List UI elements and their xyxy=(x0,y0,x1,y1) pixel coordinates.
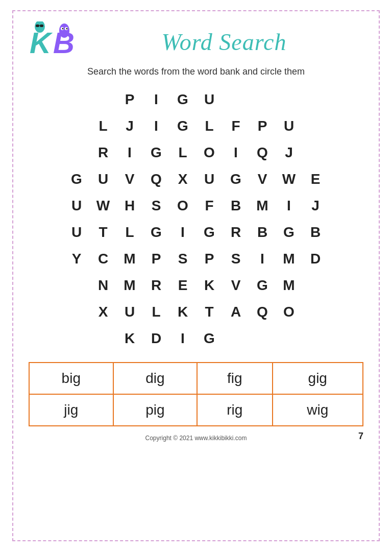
grid-cell: C xyxy=(90,246,116,272)
grid-cell: U xyxy=(196,166,223,193)
grid-cell: U xyxy=(63,193,90,219)
grid-cell: W xyxy=(90,193,116,219)
grid-cell: T xyxy=(196,299,223,325)
grid-cell: D xyxy=(302,246,329,272)
grid-cell: G xyxy=(169,113,196,139)
grid-cell: Q xyxy=(249,139,276,166)
logo: K B xyxy=(29,21,75,62)
grid-cell: U xyxy=(90,166,116,193)
grid-cell: J xyxy=(276,139,302,166)
grid-cell: G xyxy=(196,219,223,246)
grid-cell: G xyxy=(63,166,90,193)
grid-cell: I xyxy=(143,86,169,113)
grid-cell: G xyxy=(249,272,276,299)
grid-cell: L xyxy=(143,299,169,325)
grid-cell: D xyxy=(143,325,169,352)
grid-cell: V xyxy=(249,166,276,193)
grid-cell: L xyxy=(169,139,196,166)
grid-cell: U xyxy=(276,113,302,139)
grid-cell: P xyxy=(196,246,223,272)
grid-cell: M xyxy=(249,193,276,219)
grid-cell: O xyxy=(276,299,302,325)
grid-cell: Q xyxy=(143,166,169,193)
grid-cell: I xyxy=(249,246,276,272)
word-bank-cell: dig xyxy=(113,363,198,394)
grid-cell: L xyxy=(116,219,143,246)
grid-cell: G xyxy=(276,219,302,246)
svg-point-10 xyxy=(66,28,68,30)
grid-container: PIGULJIGLFPURIGLOIQJGUVQXUGVWEUWHSOFBMIJ… xyxy=(29,86,363,352)
grid-cell: B xyxy=(249,219,276,246)
title-block: Word Search xyxy=(85,29,363,56)
grid-cell: X xyxy=(90,299,116,325)
grid-cell: G xyxy=(169,86,196,113)
word-bank-cell: rig xyxy=(197,394,272,426)
grid-cell: G xyxy=(196,325,223,352)
grid-cell: I xyxy=(143,113,169,139)
letter-grid: PIGULJIGLFPURIGLOIQJGUVQXUGVWEUWHSOFBMIJ… xyxy=(63,86,329,352)
word-bank-cell: pig xyxy=(113,394,198,426)
grid-cell: M xyxy=(116,272,143,299)
grid-cell: K xyxy=(196,272,223,299)
grid-cell: O xyxy=(169,193,196,219)
grid-cell: M xyxy=(116,246,143,272)
page: K B Word Search Search the words from th… xyxy=(12,10,380,541)
grid-cell: U xyxy=(196,86,223,113)
grid-cell: B xyxy=(223,193,249,219)
grid-cell: G xyxy=(143,219,169,246)
grid-cell: T xyxy=(90,219,116,246)
grid-cell: K xyxy=(116,325,143,352)
grid-cell: J xyxy=(116,113,143,139)
grid-cell: V xyxy=(116,166,143,193)
word-bank-cell: gig xyxy=(273,363,363,394)
word-bank-cell: jig xyxy=(29,394,113,426)
grid-cell: A xyxy=(223,299,249,325)
grid-cell: I xyxy=(223,139,249,166)
grid-cell: F xyxy=(223,113,249,139)
page-number: 7 xyxy=(358,431,363,442)
word-bank: bigdigfiggigjigpigrigwig xyxy=(29,362,363,426)
word-bank-cell: fig xyxy=(197,363,272,394)
header: K B Word Search xyxy=(29,21,363,62)
grid-cell: X xyxy=(169,166,196,193)
grid-cell: H xyxy=(116,193,143,219)
grid-cell: V xyxy=(223,272,249,299)
grid-cell: K xyxy=(169,299,196,325)
grid-cell: E xyxy=(302,166,329,193)
grid-cell: S xyxy=(223,246,249,272)
grid-cell: B xyxy=(302,219,329,246)
grid-cell: F xyxy=(196,193,223,219)
grid-cell: R xyxy=(223,219,249,246)
grid-cell: P xyxy=(249,113,276,139)
grid-cell: N xyxy=(90,272,116,299)
grid-cell: G xyxy=(143,139,169,166)
word-bank-cell: big xyxy=(29,363,113,394)
subtitle: Search the words from the word bank and … xyxy=(29,66,363,77)
grid-cell: J xyxy=(302,193,329,219)
grid-cell: I xyxy=(169,219,196,246)
grid-cell: L xyxy=(90,113,116,139)
grid-cell: G xyxy=(223,166,249,193)
grid-cell: E xyxy=(169,272,196,299)
grid-cell: O xyxy=(196,139,223,166)
grid-cell: W xyxy=(276,166,302,193)
grid-cell: R xyxy=(143,272,169,299)
grid-cell: Q xyxy=(249,299,276,325)
copyright: Copyright © 2021 www.kikkibikki.com xyxy=(145,435,247,442)
grid-cell: P xyxy=(143,246,169,272)
grid-cell: I xyxy=(276,193,302,219)
page-title: Word Search xyxy=(85,29,363,56)
grid-cell: L xyxy=(196,113,223,139)
grid-cell: I xyxy=(116,139,143,166)
logo-svg: K B xyxy=(29,21,75,62)
grid-cell: S xyxy=(169,246,196,272)
word-bank-cell: wig xyxy=(273,394,363,426)
grid-cell: M xyxy=(276,272,302,299)
grid-cell: M xyxy=(276,246,302,272)
grid-cell: S xyxy=(143,193,169,219)
grid-cell: Y xyxy=(63,246,90,272)
svg-rect-3 xyxy=(40,25,43,27)
grid-cell: P xyxy=(116,86,143,113)
grid-cell: U xyxy=(116,299,143,325)
grid-cell: I xyxy=(169,325,196,352)
